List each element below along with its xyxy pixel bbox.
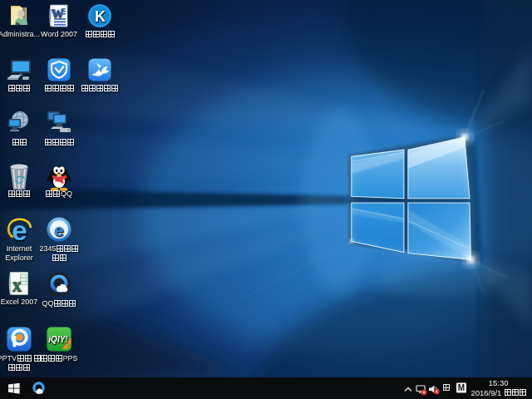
svg-text:iQIY!: iQIY! bbox=[48, 335, 68, 344]
svg-text:K: K bbox=[95, 8, 106, 25]
svg-text:M: M bbox=[458, 383, 465, 392]
svg-text:X: X bbox=[12, 279, 22, 293]
svg-text:e: e bbox=[54, 220, 64, 239]
